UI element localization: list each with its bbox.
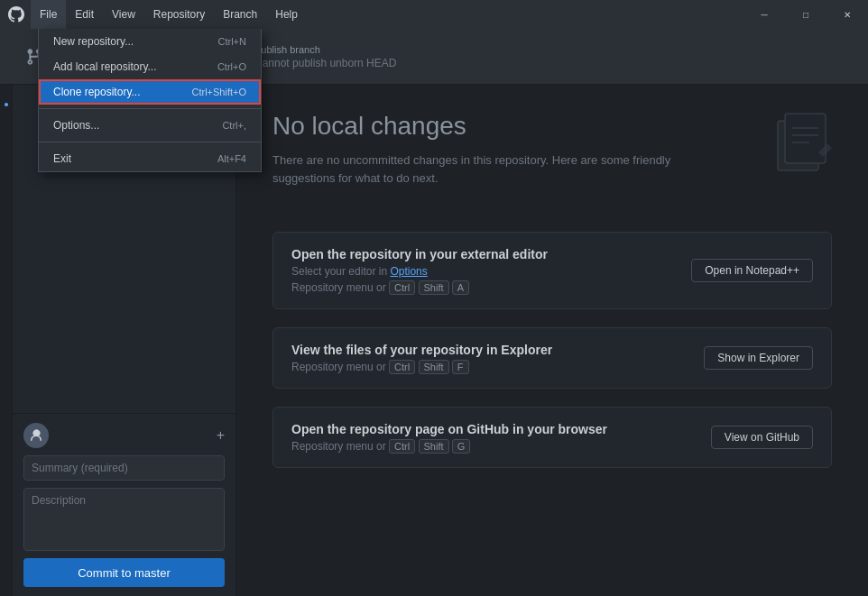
commit-description-input[interactable]: Description bbox=[23, 488, 225, 551]
kbd-shift-3: Shift bbox=[419, 439, 449, 454]
file-dropdown: New repository... Ctrl+N Add local repos… bbox=[38, 29, 262, 172]
menu-clone-repo[interactable]: Clone repository... Ctrl+Shift+O bbox=[39, 79, 261, 105]
menu-file[interactable]: File bbox=[31, 0, 66, 29]
menu-add-local[interactable]: Add local repository... Ctrl+O bbox=[39, 54, 261, 79]
suggestion-editor-text: Open the repository in your external edi… bbox=[291, 247, 548, 294]
kbd-a: A bbox=[452, 280, 469, 295]
decoration-image bbox=[769, 103, 841, 179]
suggestion-github-title: Open the repository page on GitHub in yo… bbox=[291, 422, 607, 436]
menu-view[interactable]: View bbox=[103, 0, 144, 29]
menu-exit[interactable]: Exit Alt+F4 bbox=[39, 146, 261, 171]
suggestion-explorer-kbd: Repository menu or Ctrl Shift F bbox=[291, 361, 552, 373]
suggestion-github-kbd: Repository menu or Ctrl Shift G bbox=[291, 440, 607, 453]
kbd-ctrl-3: Ctrl bbox=[389, 439, 415, 454]
suggestion-editor: Open the repository in your external edi… bbox=[272, 232, 832, 309]
commit-button[interactable]: Commit to master bbox=[23, 558, 225, 587]
close-button[interactable]: ✕ bbox=[826, 0, 868, 29]
kbd-ctrl-2: Ctrl bbox=[389, 360, 415, 374]
suggestion-github: Open the repository page on GitHub in yo… bbox=[272, 407, 832, 468]
publish-branch-text: Publish branch Cannot publish unborn HEA… bbox=[254, 44, 396, 69]
title-bar: File Edit View Repository Branch Help ─ … bbox=[0, 0, 868, 29]
suggestion-editor-kbd: Repository menu or Ctrl Shift A bbox=[291, 281, 548, 294]
show-explorer-button[interactable]: Show in Explorer bbox=[704, 346, 813, 370]
suggestion-editor-hint: Select your editor in Options bbox=[291, 265, 548, 278]
menu-repository[interactable]: Repository bbox=[144, 0, 214, 29]
suggestion-github-text: Open the repository page on GitHub in yo… bbox=[291, 422, 607, 453]
svg-rect-1 bbox=[785, 114, 826, 163]
maximize-button[interactable]: □ bbox=[785, 0, 826, 29]
kbd-g: G bbox=[452, 439, 471, 454]
options-label: Options... bbox=[53, 119, 99, 132]
sidebar-commit-area: + Summary (required) Description Commit … bbox=[13, 413, 235, 596]
kbd-ctrl: Ctrl bbox=[389, 280, 415, 295]
commit-user-row: + bbox=[23, 423, 225, 448]
options-link[interactable]: Options bbox=[390, 265, 427, 278]
left-strip bbox=[0, 85, 13, 596]
menu-separator-2 bbox=[39, 142, 261, 142]
menu-branch[interactable]: Branch bbox=[214, 0, 266, 29]
minimize-button[interactable]: ─ bbox=[743, 0, 785, 29]
app-icon bbox=[7, 5, 25, 23]
suggestion-explorer-title: View the files of your repository in Exp… bbox=[291, 343, 552, 357]
kbd-shift-2: Shift bbox=[419, 360, 449, 374]
suggestion-editor-title: Open the repository in your external edi… bbox=[291, 247, 548, 261]
exit-label: Exit bbox=[53, 152, 71, 165]
kbd-f: F bbox=[452, 360, 469, 374]
add-coauthor-btn[interactable]: + bbox=[217, 427, 225, 444]
menu-separator-1 bbox=[39, 108, 261, 109]
commit-summary-input[interactable]: Summary (required) bbox=[23, 455, 225, 481]
open-editor-button[interactable]: Open in Notepad++ bbox=[691, 259, 813, 282]
clone-repo-label: Clone repository... bbox=[53, 86, 141, 98]
suggestion-explorer: View the files of your repository in Exp… bbox=[272, 327, 832, 389]
commit-summary-placeholder: Summary (required) bbox=[32, 462, 128, 474]
no-changes-description: There are no uncommitted changes in this… bbox=[272, 151, 706, 187]
view-github-button[interactable]: View on GitHub bbox=[711, 426, 813, 449]
menu-help[interactable]: Help bbox=[266, 0, 307, 29]
title-bar-controls: ─ □ ✕ bbox=[743, 0, 868, 29]
new-repo-label: New repository... bbox=[53, 35, 134, 48]
main-content: No local changes There are no uncommitte… bbox=[236, 85, 868, 596]
suggestion-explorer-text: View the files of your repository in Exp… bbox=[291, 343, 552, 373]
publish-branch-label: Publish branch bbox=[254, 44, 396, 55]
options-shortcut: Ctrl+, bbox=[222, 120, 246, 131]
menu-bar: File Edit View Repository Branch Help bbox=[31, 0, 307, 29]
clone-repo-shortcut: Ctrl+Shift+O bbox=[191, 87, 246, 97]
publish-branch-value: Cannot publish unborn HEAD bbox=[254, 57, 396, 69]
no-changes-title: No local changes bbox=[272, 112, 832, 141]
menu-new-repo[interactable]: New repository... Ctrl+N bbox=[39, 29, 261, 54]
new-repo-shortcut: Ctrl+N bbox=[218, 36, 246, 47]
menu-edit[interactable]: Edit bbox=[66, 0, 103, 29]
avatar bbox=[23, 423, 49, 448]
kbd-shift: Shift bbox=[419, 280, 449, 295]
commit-description-placeholder: Description bbox=[32, 494, 86, 507]
add-local-shortcut: Ctrl+O bbox=[217, 61, 246, 72]
add-local-label: Add local repository... bbox=[53, 60, 157, 73]
title-bar-left: File Edit View Repository Branch Help bbox=[7, 0, 307, 29]
menu-options[interactable]: Options... Ctrl+, bbox=[39, 113, 261, 138]
exit-shortcut: Alt+F4 bbox=[217, 153, 246, 164]
strip-indicator bbox=[5, 103, 8, 106]
